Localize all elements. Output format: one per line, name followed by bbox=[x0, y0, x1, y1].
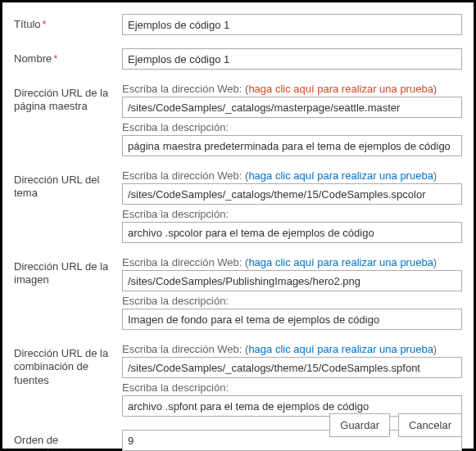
theme-desc-input[interactable] bbox=[122, 222, 462, 243]
sublabel-web: Escriba la dirección Web: (haga clic aqu… bbox=[122, 169, 462, 182]
label-theme-url: Dirección URL del tema bbox=[14, 169, 122, 201]
row-font-url: Dirección URL de la combinación de fuent… bbox=[14, 343, 462, 417]
image-url-input[interactable] bbox=[122, 270, 462, 291]
row-title: Título* bbox=[14, 14, 462, 35]
image-desc-input[interactable] bbox=[122, 309, 462, 330]
button-row: Guardar Cancelar bbox=[329, 413, 462, 437]
required-icon: * bbox=[43, 18, 47, 30]
master-url-input[interactable] bbox=[122, 97, 462, 118]
form-frame: Título* Nombre* Dirección URL de la pági… bbox=[0, 0, 476, 451]
label-name: Nombre* bbox=[14, 48, 122, 65]
sublabel-web: Escriba la dirección Web: (haga clic aqu… bbox=[122, 256, 462, 268]
title-input[interactable] bbox=[122, 14, 462, 35]
test-link-image[interactable]: haga clic aquí para realizar una prueba bbox=[248, 256, 433, 268]
name-input[interactable] bbox=[122, 48, 462, 70]
row-theme-url: Dirección URL del tema Escriba la direcc… bbox=[14, 169, 462, 243]
sublabel-desc: Escriba la descripción: bbox=[122, 381, 462, 394]
cancel-button[interactable]: Cancelar bbox=[398, 413, 462, 437]
sublabel-desc: Escriba la descripción: bbox=[122, 208, 462, 220]
label-order: Orden de presentación bbox=[14, 430, 122, 451]
theme-url-input[interactable] bbox=[122, 183, 462, 205]
row-name: Nombre* bbox=[14, 48, 462, 70]
test-link-font[interactable]: haga clic aquí para realizar una prueba bbox=[248, 343, 433, 355]
required-icon: * bbox=[53, 52, 57, 65]
label-image-url: Dirección URL de la imagen bbox=[14, 256, 122, 287]
font-url-input[interactable] bbox=[122, 357, 462, 378]
row-master-url: Dirección URL de la página maestra Escri… bbox=[14, 83, 462, 156]
sublabel-desc: Escriba la descripción: bbox=[122, 121, 462, 133]
master-desc-input[interactable] bbox=[122, 135, 462, 156]
sublabel-web: Escriba la dirección Web: (haga clic aqu… bbox=[122, 343, 462, 355]
label-title: Título* bbox=[14, 14, 122, 31]
sublabel-web: Escriba la dirección Web: (haga clic aqu… bbox=[122, 83, 462, 95]
save-button[interactable]: Guardar bbox=[329, 413, 390, 437]
test-link-master[interactable]: haga clic aquí para realizar una prueba bbox=[248, 83, 433, 95]
sublabel-desc: Escriba la descripción: bbox=[122, 295, 462, 307]
label-master-url: Dirección URL de la página maestra bbox=[14, 83, 122, 114]
row-image-url: Dirección URL de la imagen Escriba la di… bbox=[14, 256, 462, 330]
label-font-url: Dirección URL de la combinación de fuent… bbox=[14, 343, 122, 387]
test-link-theme[interactable]: haga clic aquí para realizar una prueba bbox=[248, 169, 433, 182]
